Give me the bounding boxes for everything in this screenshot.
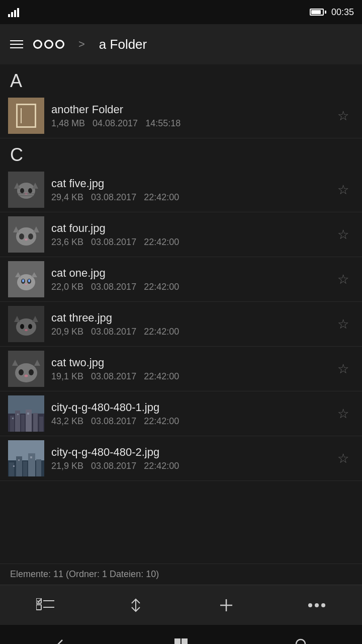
select-button[interactable] bbox=[30, 590, 60, 620]
status-bar: 00:35 bbox=[0, 0, 362, 24]
app-logo bbox=[33, 40, 64, 49]
city-thumbnail-icon bbox=[8, 395, 44, 432]
svg-point-40 bbox=[25, 375, 28, 377]
file-info: another Folder 1,48 MB 04.08.2017 14:55:… bbox=[51, 103, 325, 129]
sort-button[interactable] bbox=[121, 590, 151, 620]
file-name: cat four.jpg bbox=[51, 222, 325, 235]
cat-thumbnail-icon bbox=[8, 216, 44, 253]
svg-rect-48 bbox=[39, 417, 43, 432]
image-thumbnail bbox=[8, 261, 44, 297]
svg-rect-72 bbox=[182, 638, 188, 644]
file-list-container[interactable]: A another Folder 1,48 MB 04.08.2017 14:5… bbox=[0, 64, 362, 564]
image-thumbnail bbox=[8, 306, 44, 342]
home-button[interactable] bbox=[161, 630, 201, 644]
star-icon: ☆ bbox=[337, 361, 349, 377]
svg-rect-45 bbox=[21, 415, 25, 432]
svg-point-23 bbox=[28, 279, 30, 282]
signal-icon bbox=[8, 7, 19, 17]
list-item[interactable]: cat four.jpg 23,6 KB 03.08.2017 22:42:00… bbox=[0, 212, 362, 257]
select-list-icon bbox=[36, 598, 54, 612]
file-name: another Folder bbox=[51, 103, 325, 116]
svg-rect-60 bbox=[18, 459, 20, 461]
file-name: city-q-g-480-480-2.jpg bbox=[51, 446, 325, 459]
more-button[interactable] bbox=[302, 590, 332, 620]
image-thumbnail bbox=[8, 172, 44, 208]
svg-point-17 bbox=[25, 238, 28, 240]
svg-point-38 bbox=[19, 369, 24, 375]
windows-home-icon bbox=[173, 637, 189, 644]
status-right-area: 00:35 bbox=[310, 7, 354, 18]
list-item[interactable]: cat three.jpg 20,9 KB 03.08.2017 22:42:0… bbox=[0, 302, 362, 347]
back-arrow-icon bbox=[53, 638, 67, 644]
svg-point-35 bbox=[15, 363, 37, 382]
favorite-button[interactable]: ☆ bbox=[332, 179, 354, 201]
star-icon: ☆ bbox=[337, 182, 349, 198]
signal-area bbox=[8, 7, 19, 17]
bottom-toolbar bbox=[0, 585, 362, 625]
sort-icon bbox=[128, 597, 144, 613]
file-info: city-q-g-480-480-1.jpg 43,2 KB 03.08.201… bbox=[51, 401, 325, 427]
svg-rect-71 bbox=[174, 638, 180, 644]
list-item[interactable]: cat five.jpg 29,4 KB 03.08.2017 22:42:00… bbox=[0, 168, 362, 212]
star-icon: ☆ bbox=[337, 272, 349, 287]
cat-thumbnail-icon bbox=[8, 261, 44, 297]
file-meta: 19,1 KB 03.08.2017 22:42:00 bbox=[51, 371, 325, 382]
svg-rect-49 bbox=[12, 418, 14, 419]
battery-icon bbox=[310, 9, 326, 16]
favorite-button[interactable]: ☆ bbox=[332, 358, 354, 380]
svg-point-1 bbox=[17, 183, 35, 199]
list-item[interactable]: cat two.jpg 19,1 KB 03.08.2017 22:42:00 … bbox=[0, 347, 362, 391]
file-meta: 21,9 KB 03.08.2017 22:42:00 bbox=[51, 461, 325, 471]
svg-rect-61 bbox=[30, 456, 32, 458]
favorite-button[interactable]: ☆ bbox=[332, 313, 354, 335]
file-info: cat three.jpg 20,9 KB 03.08.2017 22:42:0… bbox=[51, 311, 325, 337]
svg-point-70 bbox=[321, 603, 325, 607]
favorite-button[interactable]: ☆ bbox=[332, 447, 354, 469]
favorite-button[interactable]: ☆ bbox=[332, 403, 354, 425]
svg-point-4 bbox=[20, 188, 24, 193]
image-thumbnail bbox=[8, 395, 44, 432]
search-icon bbox=[294, 637, 309, 644]
section-header-c: C bbox=[0, 138, 362, 168]
svg-rect-58 bbox=[36, 459, 41, 476]
cat-thumbnail-icon bbox=[8, 172, 44, 208]
svg-point-69 bbox=[315, 603, 319, 607]
add-button[interactable] bbox=[211, 590, 241, 620]
cat-thumbnail-icon bbox=[8, 306, 44, 342]
back-button[interactable] bbox=[40, 630, 80, 644]
file-info: cat two.jpg 19,1 KB 03.08.2017 22:42:00 bbox=[51, 356, 325, 382]
windows-nav-bar bbox=[0, 625, 362, 644]
city-thumbnail-icon bbox=[8, 440, 44, 476]
svg-rect-64 bbox=[36, 605, 41, 610]
image-thumbnail bbox=[8, 440, 44, 476]
section-header-a: A bbox=[0, 64, 362, 94]
list-item[interactable]: cat one.jpg 22,0 KB 03.08.2017 22:42:00 … bbox=[0, 257, 362, 302]
search-button[interactable] bbox=[282, 630, 322, 644]
hamburger-menu-button[interactable] bbox=[10, 40, 23, 48]
favorite-button[interactable]: ☆ bbox=[332, 223, 354, 246]
svg-rect-47 bbox=[33, 413, 38, 432]
image-thumbnail bbox=[8, 351, 44, 387]
favorite-button[interactable]: ☆ bbox=[332, 105, 354, 127]
file-name: cat two.jpg bbox=[51, 356, 325, 369]
file-name: cat five.jpg bbox=[51, 177, 325, 190]
svg-rect-59 bbox=[13, 465, 15, 467]
svg-rect-62 bbox=[36, 598, 41, 603]
nextcloud-logo-icon bbox=[33, 40, 64, 49]
list-item[interactable]: city-q-g-480-480-2.jpg 21,9 KB 03.08.201… bbox=[0, 436, 362, 481]
more-options-icon bbox=[308, 603, 326, 608]
favorite-button[interactable]: ☆ bbox=[332, 268, 354, 290]
svg-point-33 bbox=[25, 329, 28, 331]
file-name: city-q-g-480-480-1.jpg bbox=[51, 401, 325, 414]
svg-rect-54 bbox=[9, 462, 14, 476]
svg-rect-51 bbox=[27, 413, 29, 415]
list-item[interactable]: another Folder 1,48 MB 04.08.2017 14:55:… bbox=[0, 94, 362, 138]
file-name: cat three.jpg bbox=[51, 311, 325, 325]
star-icon: ☆ bbox=[337, 316, 349, 332]
star-icon: ☆ bbox=[337, 108, 349, 124]
file-info: cat four.jpg 23,6 KB 03.08.2017 22:42:00 bbox=[51, 222, 325, 248]
list-item[interactable]: city-q-g-480-480-1.jpg 43,2 KB 03.08.201… bbox=[0, 391, 362, 436]
svg-point-75 bbox=[296, 639, 305, 644]
svg-point-39 bbox=[29, 369, 34, 375]
file-meta: 22,0 KB 03.08.2017 22:42:00 bbox=[51, 282, 325, 292]
